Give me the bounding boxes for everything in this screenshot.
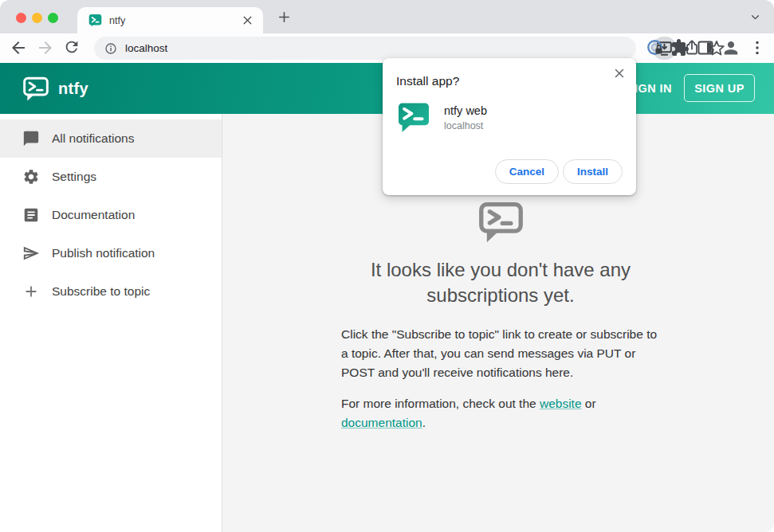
- extensions-puzzle-icon[interactable]: [670, 38, 690, 57]
- url-text: localhost: [125, 42, 636, 54]
- traffic-light-close[interactable]: [16, 13, 26, 23]
- chat-bubble-icon: [22, 130, 40, 147]
- back-arrow-icon[interactable]: [9, 38, 28, 57]
- dialog-close-icon[interactable]: [612, 66, 627, 80]
- sign-up-button[interactable]: SIGN UP: [684, 74, 755, 102]
- sidebar-item-label: Documentation: [52, 208, 135, 222]
- traffic-light-maximize[interactable]: [48, 13, 58, 23]
- password-manager-icon[interactable]: [646, 38, 665, 57]
- traffic-light-minimize[interactable]: [32, 13, 42, 23]
- ntfy-app-icon: [397, 100, 430, 133]
- profile-avatar-icon[interactable]: [721, 38, 741, 57]
- tab-close-icon[interactable]: [241, 14, 254, 27]
- browser-tab-ntfy[interactable]: ntfy: [77, 7, 263, 33]
- dialog-app-name: ntfy web: [444, 104, 487, 117]
- tab-search-chevron-down-icon[interactable]: [748, 10, 762, 24]
- site-info-icon[interactable]: [104, 42, 117, 55]
- sidebar-item-all-notifications[interactable]: All notifications: [0, 119, 222, 158]
- forward-arrow-icon[interactable]: [36, 38, 55, 57]
- sidebar-item-label: All notifications: [52, 131, 134, 146]
- empty-state-paragraph: Click the "Subscribe to topic" link to c…: [341, 325, 660, 382]
- sidebar-item-settings[interactable]: Settings: [0, 158, 222, 196]
- sidebar-item-subscribe-to-topic[interactable]: Subscribe to topic: [0, 272, 222, 311]
- dialog-app-origin: localhost: [444, 120, 483, 131]
- documentation-link[interactable]: documentation: [341, 416, 422, 429]
- send-icon: [22, 244, 40, 262]
- kebab-menu-icon[interactable]: [748, 38, 767, 57]
- reload-icon[interactable]: [63, 38, 82, 57]
- article-icon: [22, 206, 40, 224]
- navigation-sidebar: All notifications Settings Documentation…: [0, 114, 222, 532]
- empty-state-more-info: For more information, check out the webs…: [341, 394, 660, 432]
- empty-state-heading: It looks like you don't have any subscri…: [341, 257, 660, 308]
- cancel-button[interactable]: Cancel: [495, 159, 559, 184]
- browser-window: ntfy: [0, 0, 774, 532]
- side-panel-icon[interactable]: [696, 38, 715, 57]
- dialog-title: Install app?: [396, 74, 459, 88]
- tab-title: ntfy: [109, 15, 241, 26]
- more-info-text: or: [582, 397, 596, 410]
- install-button[interactable]: Install: [563, 159, 623, 184]
- sidebar-item-label: Settings: [52, 170, 96, 184]
- ntfy-logo-icon: [22, 75, 49, 102]
- sidebar-item-label: Publish notification: [52, 246, 155, 260]
- sidebar-item-documentation[interactable]: Documentation: [0, 196, 222, 234]
- more-info-text: For more information, check out the: [341, 397, 540, 410]
- tab-strip: ntfy: [0, 0, 774, 33]
- sidebar-item-label: Subscribe to topic: [52, 284, 150, 299]
- brand-title: ntfy: [58, 80, 88, 98]
- omnibox-url-bar[interactable]: localhost: [94, 37, 636, 60]
- ntfy-favicon-icon: [88, 14, 102, 27]
- website-link[interactable]: website: [540, 397, 582, 410]
- gear-icon: [22, 168, 40, 186]
- install-app-dialog: Install app? ntfy web localhost Cancel I…: [383, 58, 636, 195]
- ntfy-logo-outline-icon: [478, 201, 524, 244]
- new-tab-plus-icon[interactable]: [276, 9, 293, 25]
- more-info-text: .: [422, 416, 426, 429]
- sidebar-item-publish-notification[interactable]: Publish notification: [0, 234, 222, 272]
- empty-state: It looks like you don't have any subscri…: [341, 201, 660, 432]
- plus-icon: [22, 283, 40, 300]
